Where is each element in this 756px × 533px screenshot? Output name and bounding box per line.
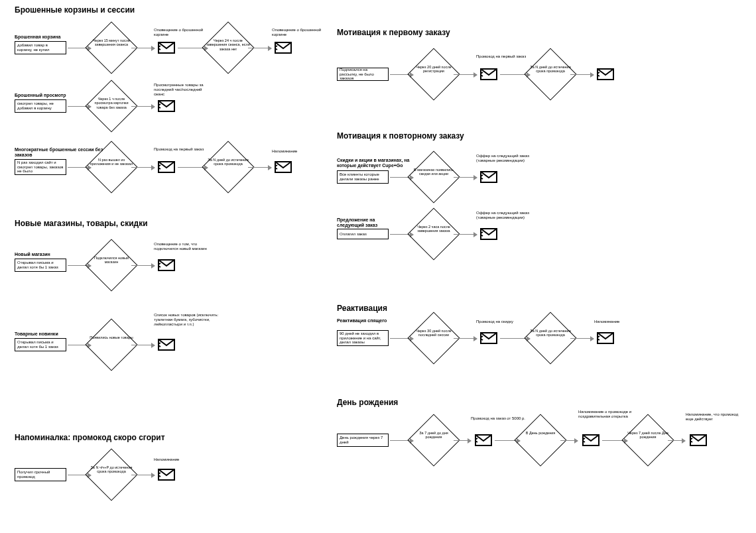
start-f10: 90 дней не заходил в приложение и на сай… bbox=[337, 330, 389, 346]
diamond-f7-2-text: За N дней до истечения срока промокода bbox=[529, 65, 572, 74]
start-f2-text: смотрел товары, не добавил в корзину bbox=[17, 101, 64, 111]
diamond-f2-1: Через 1 ч после просмотра карточки товар… bbox=[93, 88, 130, 125]
diamond-f7-1-text: Через 20 дней после регистрации bbox=[412, 65, 456, 74]
arrow bbox=[454, 440, 471, 441]
section-title-repeat: Мотивация к повторному заказу bbox=[337, 131, 464, 141]
diamond-f10-1-text: Через 30 дней после последней сессии bbox=[412, 329, 456, 337]
arrow bbox=[570, 74, 594, 75]
mail-icon bbox=[475, 434, 492, 446]
section-title-birthday: День рождения bbox=[337, 398, 398, 407]
diamond-f3-2-text: За N дней до истечения срока промокода bbox=[206, 158, 250, 166]
start-f7-text: Подписался на рассылку, не было заказов bbox=[340, 68, 386, 82]
diamond-f3-2: За N дней до истечения срока промокода bbox=[210, 148, 247, 186]
start-f10-text: 90 дней не заходил в приложение и на сай… bbox=[340, 331, 386, 345]
mail-icon bbox=[480, 332, 497, 344]
arrow bbox=[454, 74, 477, 75]
start-f6: Получил срочный промокод bbox=[15, 468, 66, 481]
diamond-f3-1: N раз вышел из приложения и не заказал bbox=[93, 148, 130, 186]
arrow bbox=[454, 338, 477, 339]
section-title-abandoned: Брошенные корзины и сессии bbox=[15, 5, 135, 15]
diamond-f5-1-text: Появились новые товары bbox=[90, 335, 133, 339]
flow-title-f9: Предложение на следующий заказ bbox=[337, 217, 403, 228]
caption-f10-2: Напоминание bbox=[594, 320, 654, 324]
mail-icon bbox=[597, 332, 614, 344]
mail-icon bbox=[582, 434, 599, 446]
diamond-f8-1-text: В магазинах появились скидки или акции bbox=[412, 168, 456, 176]
diamond-f7-1: Через 20 дней после регистрации bbox=[415, 56, 452, 93]
mail-icon bbox=[158, 469, 175, 481]
start-f1-text: добавил товар в корзину, не купил bbox=[17, 43, 64, 52]
arrow bbox=[248, 48, 271, 48]
flow-title-f10: Реактивация спящего bbox=[337, 318, 390, 324]
diamond-f4-1-text: Подключился новый магазин bbox=[90, 256, 133, 265]
start-f9-text: Оплатил заказ bbox=[340, 232, 367, 237]
arrow bbox=[560, 440, 578, 441]
diamond-f11-1: За 7 дней до дня рождения bbox=[415, 422, 452, 459]
flow-title-f2: Брошенный просмотр bbox=[15, 93, 66, 98]
start-f4: Открывал письма и делал хотя бы 1 заказ bbox=[15, 259, 66, 272]
diamond-f9-1: Через 2 часа после завершения заказа bbox=[415, 215, 452, 253]
diamond-f7-2: За N дней до истечения срока промокода bbox=[532, 56, 569, 93]
diamond-f10-2: За N дней до истечения срока промокода bbox=[532, 320, 569, 357]
mail-icon bbox=[690, 434, 707, 446]
diamond-f10-1: Через 30 дней после последней сессии bbox=[415, 320, 452, 357]
diamond-f1-2-text: Через 24 ч после завершения сеанса, если… bbox=[206, 38, 250, 51]
diagram-canvas: Брошенные корзины и сессии Брошенная кор… bbox=[0, 0, 756, 533]
diamond-f11-3: Через 7 дней после Дня рождения bbox=[629, 422, 666, 459]
arrow bbox=[454, 234, 477, 235]
start-f3-text: N раз заходил сайт и смотрел товары, зак… bbox=[17, 160, 64, 174]
diamond-f5-1: Появились новые товары bbox=[93, 326, 130, 363]
arrow bbox=[131, 106, 155, 107]
arrow bbox=[131, 48, 155, 48]
start-f6-text: Получил срочный промокод bbox=[17, 470, 64, 479]
start-f2: смотрел товары, не добавил в корзину bbox=[15, 99, 66, 113]
diamond-f1-2: Через 24 ч после завершения сеанса, если… bbox=[210, 29, 247, 66]
flow-title-f1: Брошенная корзина bbox=[15, 34, 60, 40]
arrow bbox=[454, 177, 477, 178]
mail-icon bbox=[158, 42, 175, 54]
diamond-f11-1-text: За 7 дней до дня рождения bbox=[412, 431, 456, 440]
caption-f3-2: Напоминание bbox=[272, 149, 332, 154]
diamond-f6-1: За N ч/ч+P до истечения срока промокода bbox=[93, 456, 130, 493]
mail-icon bbox=[158, 259, 175, 271]
section-title-firstorder: Мотивация к первому заказу bbox=[337, 28, 450, 37]
diamond-f3-1-text: N раз вышел из приложения и не заказал bbox=[90, 158, 133, 166]
start-f7: Подписался на рассылку, не было заказов bbox=[337, 68, 389, 81]
mail-icon bbox=[158, 339, 175, 351]
start-f11: День рождения через 7 дней bbox=[337, 434, 389, 447]
diamond-f11-2: В День рождения bbox=[522, 422, 559, 459]
diamond-f10-2-text: За N дней до истечения срока промокода bbox=[529, 329, 572, 337]
arrow bbox=[131, 167, 155, 168]
caption-f10-1: Промокод на скидку bbox=[476, 320, 536, 324]
diamond-f2-1-text: Через 1 ч после просмотра карточки товар… bbox=[90, 97, 133, 109]
section-title-reminder: Напоминалка: промокод скоро сгорит bbox=[15, 433, 165, 442]
caption-f3-1: Промокод на первый заказ bbox=[154, 147, 214, 152]
start-f8: Все клиенты которые делали заказы ранее bbox=[337, 170, 389, 184]
caption-f5-1: Список новых товаров (исключить: туалетн… bbox=[154, 313, 227, 327]
start-f4-text: Открывал письма и делал хотя бы 1 заказ bbox=[17, 261, 64, 270]
caption-f6-1: Напоминание bbox=[154, 457, 214, 462]
diamond-f4-1: Подключился новый магазин bbox=[93, 247, 130, 284]
flow-title-f4: Новый магазин bbox=[15, 252, 50, 257]
caption-f11-3: Напоминание, что промокод еще действует bbox=[686, 412, 745, 422]
diamond-f9-1-text: Через 2 часа после завершения заказа bbox=[412, 225, 456, 233]
diamond-f1-1: Через 15 минут после завершения сеанса bbox=[93, 29, 130, 66]
diamond-f6-1-text: За N ч/ч+P до истечения срока промокода bbox=[90, 465, 133, 474]
mail-icon bbox=[158, 100, 175, 112]
start-f9: Оплатил заказ bbox=[337, 229, 389, 239]
arrow bbox=[248, 167, 271, 168]
mail-icon bbox=[480, 228, 497, 240]
diamond-f11-3-text: Через 7 дней после Дня рождения bbox=[626, 431, 670, 440]
mail-icon bbox=[597, 68, 614, 80]
section-title-newstores: Новые магазины, товары, скидки bbox=[15, 219, 148, 228]
arrow bbox=[131, 345, 155, 345]
caption-f11-2: Напоминание о промокоде и поздравительна… bbox=[578, 410, 638, 419]
caption-f1-1: Оповещение о брошенной корзине bbox=[154, 28, 214, 37]
caption-f4-1: Оповещение о том, что подключился новый … bbox=[154, 242, 214, 251]
start-f11-text: День рождения через 7 дней bbox=[340, 436, 386, 445]
start-f5-text: Открывал письма и делал хотя бы 1 заказ bbox=[17, 340, 64, 349]
arrow bbox=[668, 440, 685, 441]
caption-f9-1: Оффер на следующий заказ (товарные реком… bbox=[476, 211, 536, 220]
start-f5: Открывал письма и делал хотя бы 1 заказ bbox=[15, 338, 66, 351]
section-title-reactivation: Реактивация bbox=[337, 304, 387, 313]
